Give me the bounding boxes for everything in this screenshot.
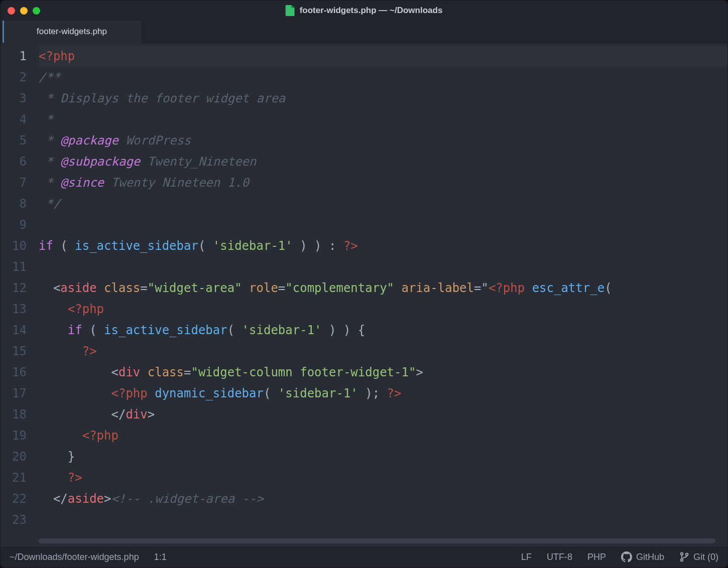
line-number: 13: [1, 299, 27, 320]
line-number: 19: [1, 425, 27, 446]
code-line[interactable]: [39, 509, 727, 530]
code-area[interactable]: <?php/** * Displays the footer widget ar…: [34, 44, 727, 546]
line-number: 15: [1, 341, 27, 362]
code-line[interactable]: * @since Twenty Nineteen 1.0: [39, 172, 727, 193]
line-number: 20: [1, 446, 27, 467]
status-line-ending[interactable]: LF: [521, 552, 532, 562]
status-git-branch[interactable]: Git (0): [679, 552, 718, 562]
window-controls: [8, 7, 40, 15]
code-line[interactable]: <?php dynamic_sidebar( 'sidebar-1' ); ?>: [39, 383, 727, 404]
line-number: 17: [1, 383, 27, 404]
status-grammar-text: PHP: [587, 552, 606, 562]
status-encoding[interactable]: UTF-8: [547, 552, 572, 562]
line-number: 12: [1, 277, 27, 299]
status-line-ending-text: LF: [521, 552, 532, 562]
line-number: 3: [1, 88, 27, 109]
horizontal-scrollbar[interactable]: [39, 538, 715, 543]
tab-footer-widgets[interactable]: footer-widgets.php: [3, 21, 141, 44]
svg-point-2: [686, 553, 688, 556]
code-line[interactable]: if ( is_active_sidebar( 'sidebar-1' ) ) …: [39, 320, 727, 341]
status-cursor-text: 1:1: [154, 552, 167, 562]
code-line[interactable]: *: [39, 109, 727, 130]
line-number: 6: [1, 151, 27, 172]
minimize-window-button[interactable]: [20, 7, 28, 15]
code-line[interactable]: }: [39, 446, 727, 467]
editor-window: footer-widgets.php — ~/Downloads footer-…: [0, 0, 728, 568]
status-grammar[interactable]: PHP: [587, 552, 606, 562]
code-editor[interactable]: 1234567891011121314151617181920212223 <?…: [1, 44, 727, 546]
close-window-button[interactable]: [8, 7, 15, 15]
minimap-scroll-track[interactable]: [719, 44, 726, 546]
code-line[interactable]: * @subpackage Twenty_Nineteen: [39, 151, 727, 172]
line-number: 16: [1, 362, 27, 383]
line-number: 2: [1, 67, 27, 88]
status-file-path[interactable]: ~/Downloads/footer-widgets.php: [10, 552, 139, 562]
line-number: 5: [1, 130, 27, 151]
svg-point-1: [681, 559, 683, 561]
code-line[interactable]: [39, 214, 727, 235]
line-number: 1: [1, 46, 27, 67]
code-line[interactable]: * Displays the footer widget area: [39, 88, 727, 109]
line-number: 22: [1, 488, 27, 509]
code-line[interactable]: */: [39, 193, 727, 214]
code-line[interactable]: * @package WordPress: [39, 130, 727, 151]
line-number: 21: [1, 467, 27, 488]
code-line[interactable]: if ( is_active_sidebar( 'sidebar-1' ) ) …: [39, 235, 727, 256]
code-line[interactable]: ?>: [39, 467, 727, 488]
github-icon: [621, 551, 632, 562]
line-number-gutter: 1234567891011121314151617181920212223: [1, 44, 34, 546]
line-number: 9: [1, 214, 27, 235]
status-cursor-position[interactable]: 1:1: [154, 552, 167, 562]
svg-point-0: [681, 553, 683, 555]
line-number: 11: [1, 256, 27, 277]
code-line[interactable]: <aside class="widget-area" role="complem…: [39, 277, 727, 299]
tab-label: footer-widgets.php: [37, 27, 107, 37]
code-line[interactable]: <div class="widget-column footer-widget-…: [39, 362, 727, 383]
line-number: 8: [1, 193, 27, 214]
line-number: 7: [1, 172, 27, 193]
file-type-icon: [286, 5, 295, 16]
zoom-window-button[interactable]: [33, 7, 40, 15]
title-bar: footer-widgets.php — ~/Downloads: [1, 1, 727, 21]
line-number: 23: [1, 509, 27, 530]
status-bar: ~/Downloads/footer-widgets.php 1:1 LF UT…: [1, 546, 727, 567]
git-branch-icon: [679, 552, 689, 562]
line-number: 4: [1, 109, 27, 130]
status-github[interactable]: GitHub: [621, 551, 664, 562]
code-line[interactable]: /**: [39, 67, 727, 88]
tab-bar: footer-widgets.php: [1, 21, 727, 44]
status-file-path-text: ~/Downloads/footer-widgets.php: [10, 552, 139, 562]
status-github-text: GitHub: [636, 552, 664, 562]
status-git-text: Git (0): [693, 552, 718, 562]
code-line[interactable]: </aside><!-- .widget-area -->: [39, 488, 727, 509]
code-line[interactable]: </div>: [39, 404, 727, 425]
status-encoding-text: UTF-8: [547, 552, 572, 562]
window-title: footer-widgets.php — ~/Downloads: [286, 5, 443, 16]
line-number: 14: [1, 320, 27, 341]
code-line[interactable]: [39, 256, 727, 277]
code-line[interactable]: <?php: [39, 46, 727, 67]
code-line[interactable]: <?php: [39, 425, 727, 446]
line-number: 10: [1, 235, 27, 256]
code-line[interactable]: ?>: [39, 341, 727, 362]
window-title-text: footer-widgets.php — ~/Downloads: [300, 6, 443, 16]
line-number: 18: [1, 404, 27, 425]
code-line[interactable]: <?php: [39, 299, 727, 320]
